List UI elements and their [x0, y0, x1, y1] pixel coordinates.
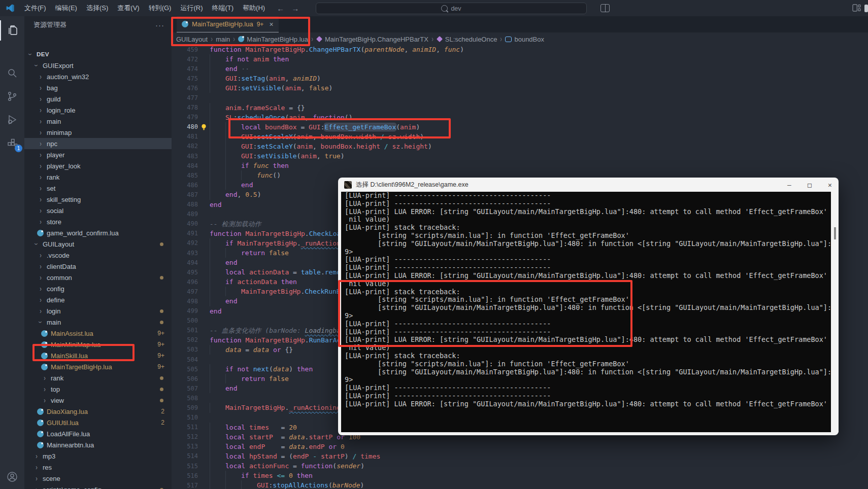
code-line-476[interactable]: 476GUI:setVisible(anim, false): [172, 83, 868, 93]
tree-item-game_world_confirm.lua[interactable]: game_world_confirm.lua: [24, 227, 172, 238]
tree-item-player[interactable]: ›player: [24, 149, 172, 160]
tree-item-DiaoXiang.lua[interactable]: DiaoXiang.lua2: [24, 406, 172, 417]
customize-layout-icon[interactable]: [600, 4, 610, 12]
code-line-459[interactable]: 459function MainTargetBigHp.ChangeHPBarT…: [172, 45, 868, 54]
tree-item-MainSkill.lua[interactable]: MainSkill.lua9+: [24, 350, 172, 361]
code-line-479[interactable]: 479SL:scheduleOnce(anim, function(): [172, 113, 868, 122]
tree-item-common[interactable]: ›common: [24, 272, 172, 283]
tree-item-MainMiniMap.lua[interactable]: MainMiniMap.lua9+: [24, 339, 172, 350]
explorer-icon[interactable]: [0, 20, 25, 41]
tree-item-GUILayout[interactable]: ›GUILayout: [24, 238, 172, 250]
panel-layout-icon[interactable]: [852, 4, 861, 12]
menu-item-5[interactable]: 运行(R): [176, 4, 207, 12]
menu-item-4[interactable]: 转到(G): [144, 4, 176, 12]
extensions-icon[interactable]: 1: [0, 133, 24, 153]
console-close-icon[interactable]: ✕: [826, 181, 833, 189]
console-output[interactable]: [LUA-print] ----------------------------…: [341, 192, 831, 432]
tree-item-MainTargetBigHp.lua[interactable]: MainTargetBigHp.lua9+: [24, 361, 172, 372]
tree-item-minimap[interactable]: ›minimap: [24, 127, 172, 138]
chevron-right-icon: ›: [41, 373, 48, 382]
lightbulb-icon[interactable]: [201, 124, 207, 130]
tree-item-skill_setting[interactable]: ›skill_setting: [24, 194, 172, 205]
run-debug-icon[interactable]: [0, 110, 24, 130]
menu-item-1[interactable]: 编辑(E): [51, 4, 82, 12]
code-line-text: local actionFunc = function(sender): [210, 461, 364, 471]
code-line-484[interactable]: 484if func then: [172, 161, 868, 170]
tree-item-social[interactable]: ›social: [24, 205, 172, 216]
code-line-481[interactable]: 481GUI:setScaleX(anim, boundBox.width / …: [172, 132, 868, 142]
tree-item-GUIUtil.lua[interactable]: GUIUtil.lua2: [24, 417, 172, 428]
tab-close-icon[interactable]: ×: [269, 20, 273, 28]
tree-item-rank[interactable]: ›rank: [24, 171, 172, 183]
tree-item-store[interactable]: ›store: [24, 216, 172, 227]
explorer-more-actions-icon[interactable]: ···: [155, 21, 164, 29]
tree-item-main[interactable]: ›main: [24, 317, 172, 328]
menu-item-0[interactable]: 文件(F): [20, 4, 51, 12]
tree-item-define[interactable]: ›define: [24, 294, 172, 305]
breadcrumb-item[interactable]: GUILayout: [176, 36, 208, 43]
tree-item-view[interactable]: ›view: [24, 395, 172, 406]
breadcrumb-item[interactable]: boundBox: [514, 36, 544, 43]
command-center-search[interactable]: dev: [316, 3, 587, 14]
code-line-472[interactable]: 472if not anim then: [172, 54, 868, 64]
code-line-475[interactable]: 475GUI:setTag(anim, animID): [172, 74, 868, 83]
tree-item-scripts-game_config[interactable]: ›scripts\game_config: [24, 484, 172, 489]
breadcrumb-item[interactable]: MainTargetBigHp.lua: [247, 36, 308, 43]
menu-item-3[interactable]: 查看(V): [113, 4, 144, 12]
console-title-bar[interactable]: 选择 D:\client\996M2_release\game.exe — □ …: [338, 178, 839, 192]
breadcrumb-item[interactable]: MainTargetBigHp.ChangeHPBarTX: [325, 36, 428, 43]
account-icon[interactable]: [0, 467, 24, 487]
gutter-slot: [198, 209, 210, 219]
console-minimize-icon[interactable]: —: [786, 181, 793, 189]
tree-item-scene[interactable]: ›scene: [24, 473, 172, 484]
tree-item-MainAssist.lua[interactable]: MainAssist.lua9+: [24, 328, 172, 339]
code-line-478[interactable]: 478anim.frameScale = {}: [172, 103, 868, 113]
tree-item-config[interactable]: ›config: [24, 283, 172, 294]
tree-item-DEV[interactable]: ›DEV: [24, 49, 172, 60]
code-line-513[interactable]: 513local endP = data.endP or 0: [172, 442, 868, 451]
code-line-text: func(): [210, 170, 281, 180]
tree-item-npc[interactable]: ›npc: [24, 138, 172, 149]
tree-item-login_role[interactable]: ›login_role: [24, 104, 172, 116]
nav-forward-icon[interactable]: →: [291, 4, 299, 13]
search-sidebar-icon[interactable]: [0, 63, 24, 83]
tree-item-login[interactable]: ›login: [24, 305, 172, 317]
tree-item-rank[interactable]: ›rank: [24, 372, 172, 383]
nav-back-icon[interactable]: ←: [277, 4, 284, 13]
tree-item-GUIExport[interactable]: ›GUIExport: [24, 60, 172, 71]
tree-item-main[interactable]: ›main: [24, 116, 172, 127]
code-line-474[interactable]: 474end ··: [172, 64, 868, 74]
game-console-window[interactable]: 选择 D:\client\996M2_release\game.exe — □ …: [338, 178, 839, 435]
line-number: 498: [172, 298, 198, 305]
code-line-477[interactable]: 477: [172, 93, 868, 102]
breadcrumb-item[interactable]: SL:scheduleOnce: [445, 36, 497, 43]
tree-item-bag[interactable]: ›bag: [24, 82, 172, 93]
code-line-516[interactable]: 516if times <= 0 then: [172, 471, 868, 480]
source-control-icon[interactable]: [0, 86, 24, 107]
tree-item-guild[interactable]: ›guild: [24, 93, 172, 104]
code-line-483[interactable]: 483GUI:setVisible(anim, true): [172, 151, 868, 161]
code-line-514[interactable]: 514local hpStand = (endP - startP) / tim…: [172, 451, 868, 461]
tree-item-auction_win32[interactable]: ›auction_win32: [24, 71, 172, 82]
code-line-517[interactable]: 517GUI:stopAllActions(barNode): [172, 480, 868, 489]
tree-item-clientData[interactable]: ›clientData: [24, 261, 172, 272]
menu-item-7[interactable]: 帮助(H): [238, 4, 270, 12]
tree-item-set[interactable]: ›set: [24, 183, 172, 194]
console-scrollbar-thumb[interactable]: [834, 227, 836, 239]
tree-item-res[interactable]: ›res: [24, 462, 172, 473]
tree-item-.vscode[interactable]: ›.vscode: [24, 250, 172, 261]
menu-item-6[interactable]: 终端(T): [207, 4, 238, 12]
tree-item-LoadAllFile.lua[interactable]: LoadAllFile.lua: [24, 428, 172, 439]
tree-item-Mainnearbtn.lua[interactable]: Mainnearbtn.lua: [24, 439, 172, 450]
console-scrollbar[interactable]: [831, 192, 839, 432]
tree-item-top[interactable]: ›top: [24, 383, 172, 395]
breadcrumb-item[interactable]: main: [216, 36, 230, 43]
tree-item-player_look[interactable]: ›player_look: [24, 160, 172, 171]
console-maximize-icon[interactable]: □: [806, 181, 813, 189]
code-line-515[interactable]: 515local actionFunc = function(sender): [172, 461, 868, 471]
tree-item-mp3[interactable]: ›mp3: [24, 450, 172, 462]
tab-maintargetbighp[interactable]: MainTargetBigHp.lua 9+ ×: [177, 16, 279, 32]
menu-item-2[interactable]: 选择(S): [82, 4, 113, 12]
code-line-480[interactable]: 480local boundBox = GUI:Effect_getFrameB…: [172, 122, 868, 132]
code-line-482[interactable]: 482GUI:setScaleY(anim, boundBox.height /…: [172, 142, 868, 151]
